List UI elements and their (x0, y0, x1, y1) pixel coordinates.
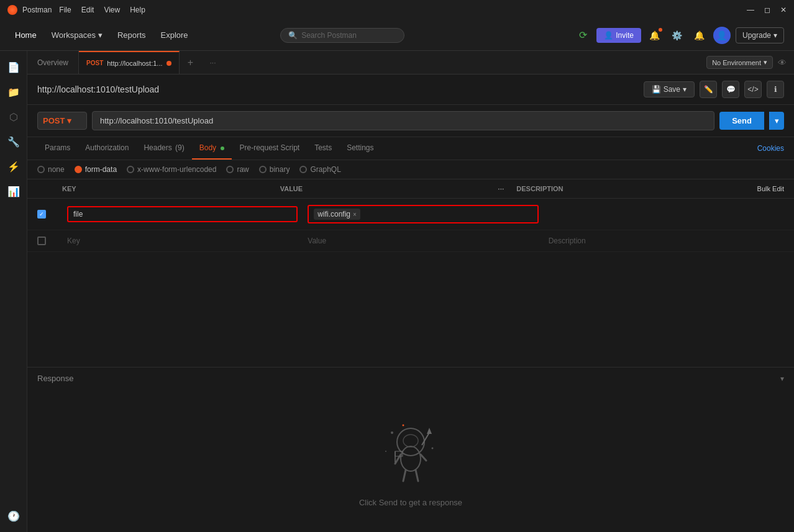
new-icon: 📄 (7, 61, 20, 73)
row1-checkbox[interactable] (37, 210, 46, 219)
radio-binary[interactable]: binary (259, 165, 290, 174)
sync-icon: ⟳ (579, 29, 587, 41)
sidebar-item-mock[interactable]: ⚡ (2, 155, 25, 178)
req-tab-settings[interactable]: Settings (339, 137, 381, 160)
row2-value-placeholder[interactable]: Value (303, 234, 543, 248)
avatar-icon-btn[interactable]: 👤 (713, 27, 731, 44)
req-tab-body[interactable]: Body (192, 137, 232, 160)
sync-icon-btn[interactable]: ⟳ (574, 27, 591, 44)
menu-help[interactable]: Help (130, 6, 145, 14)
radio-graphql-circle (299, 166, 307, 173)
settings-icon-btn[interactable]: ⚙️ (669, 27, 686, 44)
svg-point-2 (401, 446, 421, 471)
sidebar-item-new[interactable]: 📄 (2, 56, 25, 78)
row1-value-cell[interactable]: wifi.config × (303, 202, 543, 226)
send-dropdown-button[interactable]: ▾ (769, 112, 784, 130)
req-tab-params[interactable]: Params (37, 137, 78, 160)
tab-url-text: http://localhost:1... (107, 60, 162, 67)
response-toggle-icon[interactable]: ▾ (780, 374, 784, 383)
menu-view[interactable]: View (104, 6, 120, 14)
comment-icon: 💬 (726, 85, 736, 94)
req-tab-auth[interactable]: Authorization (78, 137, 136, 160)
user-avatar: 👤 (716, 30, 727, 40)
body-options: none form-data x-www-form-urlencoded raw… (27, 160, 794, 179)
nav-reports[interactable]: Reports (112, 27, 151, 43)
win-restore[interactable]: ◻ (764, 6, 770, 14)
sidebar-item-monitors[interactable]: 📊 (2, 180, 25, 202)
table-row-empty: Key Value Description (27, 230, 794, 252)
row1-key-cell[interactable]: file (62, 204, 303, 225)
radio-graphql[interactable]: GraphQL (299, 165, 340, 174)
tab-request-post[interactable]: POST http://localhost:1... (79, 51, 180, 74)
content-area: Overview POST http://localhost:1... + ··… (27, 51, 794, 532)
sidebar-item-apis[interactable]: ⬡ (2, 106, 25, 128)
alerts-icon-btn[interactable]: 🔔 (691, 27, 708, 44)
req-tab-tests[interactable]: Tests (307, 137, 339, 160)
send-button[interactable]: Send (719, 112, 764, 130)
radio-none[interactable]: none (37, 165, 65, 174)
cookies-link[interactable]: Cookies (757, 144, 784, 153)
env-selector[interactable]: No Environment ▾ (706, 56, 773, 69)
row2-checkbox[interactable] (37, 237, 46, 245)
search-bar[interactable]: 🔍 Search Postman (280, 28, 404, 43)
mock-icon: ⚡ (7, 161, 20, 173)
env-eye-icon[interactable]: 👁 (778, 58, 787, 68)
comment-icon-btn[interactable]: 💬 (722, 81, 739, 98)
col-value-header: VALUE (280, 185, 498, 192)
tab-overview[interactable]: Overview (27, 51, 79, 74)
req-tab-prerequest[interactable]: Pre-request Script (232, 137, 307, 160)
row1-desc-cell[interactable] (544, 212, 784, 217)
invite-button[interactable]: 👤 Invite (596, 28, 641, 43)
notification-icon-btn[interactable]: 🔔 (646, 27, 664, 44)
code-icon-btn[interactable]: </> (744, 81, 762, 98)
row2-check[interactable] (37, 237, 62, 245)
radio-raw[interactable]: raw (226, 165, 249, 174)
bulk-edit-button[interactable]: Bulk Edit (757, 185, 784, 192)
info-icon: ℹ (774, 85, 777, 94)
tab-more-button[interactable]: ··· (202, 51, 224, 74)
row2-desc-placeholder[interactable]: Description (544, 234, 784, 248)
app-icon (7, 5, 17, 15)
row1-value-close[interactable]: × (353, 211, 357, 218)
title-bar: Postman File Edit View Help — ◻ ✕ (0, 0, 794, 20)
empty-state: Click Send to get a response (27, 389, 794, 532)
save-button[interactable]: 💾 Save ▾ (644, 81, 695, 97)
radio-urlencoded[interactable]: x-www-form-urlencoded (127, 165, 216, 174)
workspaces-chevron-icon: ▾ (98, 30, 103, 40)
nav-explore[interactable]: Explore (156, 27, 193, 43)
nav-home[interactable]: Home (10, 27, 42, 43)
request-actions: 💾 Save ▾ ✏️ 💬 </> ℹ (644, 81, 784, 98)
search-placeholder: Search Postman (301, 31, 357, 40)
response-header[interactable]: Response ▾ (27, 367, 794, 389)
response-section: Response ▾ (27, 367, 794, 532)
radio-urlencoded-circle (127, 166, 134, 173)
monitors-icon: 📊 (7, 186, 20, 197)
upgrade-button[interactable]: Upgrade ▾ (736, 27, 784, 43)
sidebar-item-environments[interactable]: 🔧 (2, 130, 25, 153)
win-minimize[interactable]: — (747, 6, 754, 14)
info-icon-btn[interactable]: ℹ (767, 81, 784, 98)
upgrade-chevron-icon: ▾ (773, 31, 777, 40)
radio-form-data[interactable]: form-data (75, 165, 117, 174)
row1-value-container[interactable]: wifi.config × (308, 205, 538, 223)
history-icon: 🕐 (7, 510, 20, 522)
sidebar-item-collections[interactable]: 📁 (2, 81, 25, 103)
col-key-header: KEY (62, 185, 280, 192)
win-close[interactable]: ✕ (780, 6, 787, 14)
nav-workspaces[interactable]: Workspaces ▾ (47, 27, 107, 43)
url-input[interactable] (92, 111, 714, 130)
svg-point-12 (403, 425, 404, 426)
tab-add-button[interactable]: + (180, 51, 202, 74)
request-title: http://localhost:1010/testUpload (37, 84, 159, 94)
method-select[interactable]: POST ▾ (37, 112, 87, 130)
menu-edit[interactable]: Edit (81, 6, 94, 14)
svg-point-9 (391, 431, 393, 434)
edit-icon-btn[interactable]: ✏️ (700, 81, 717, 98)
req-tab-headers[interactable]: Headers (9) (136, 137, 191, 160)
navbar: Home Workspaces ▾ Reports Explore 🔍 Sear… (0, 20, 794, 51)
sidebar-item-history[interactable]: 🕐 (2, 505, 25, 527)
row2-key-placeholder[interactable]: Key (62, 234, 303, 248)
menu-file[interactable]: File (59, 6, 71, 14)
row1-key-value[interactable]: file (67, 206, 298, 222)
row1-check[interactable] (37, 210, 62, 219)
